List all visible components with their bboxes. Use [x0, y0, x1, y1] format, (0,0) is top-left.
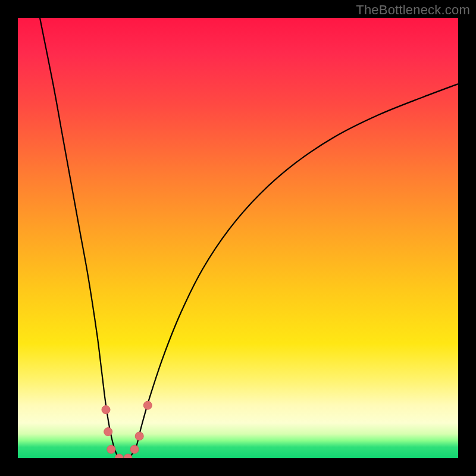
bottleneck-curve: [40, 18, 458, 458]
curve-marker: [130, 445, 139, 453]
curve-marker: [143, 401, 152, 409]
curve-marker: [104, 428, 112, 436]
plot-area: [18, 18, 458, 458]
curve-marker: [124, 454, 132, 458]
watermark-text: TheBottleneck.com: [356, 2, 470, 18]
curve-marker: [135, 432, 143, 440]
curve-marker: [107, 445, 115, 453]
curve-markers: [102, 401, 152, 458]
curve-marker: [102, 406, 110, 414]
curve-layer: [18, 18, 458, 458]
chart-container: TheBottleneck.com: [0, 0, 476, 476]
